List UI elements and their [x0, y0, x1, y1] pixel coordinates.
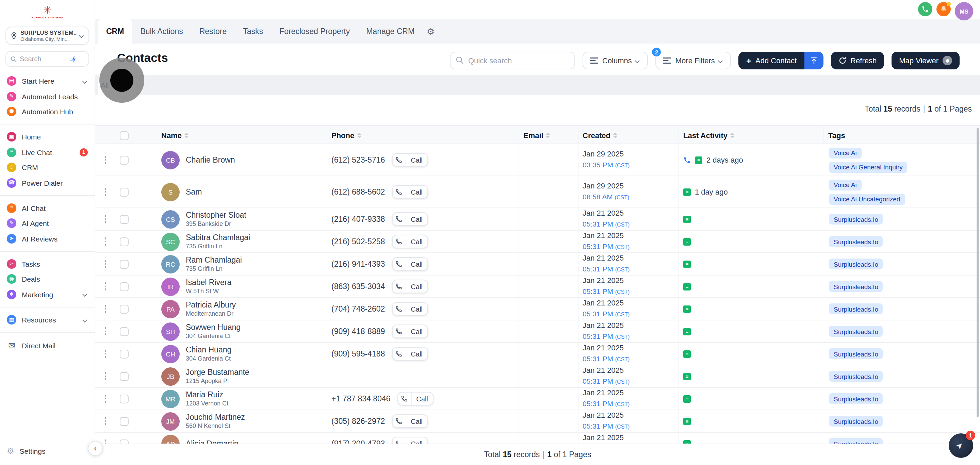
row-checkbox[interactable]	[120, 215, 129, 224]
tag-pill[interactable]: Surplusleads.Io	[829, 259, 883, 270]
tag-pill[interactable]: Surplusleads.Io	[829, 438, 883, 444]
row-checkbox[interactable]	[120, 305, 129, 313]
sidebar-item-settings[interactable]: ⚙ Settings	[0, 446, 95, 465]
row-menu-kebab-icon[interactable]	[95, 253, 116, 275]
contact-name[interactable]: Ram Chamlagai	[186, 255, 242, 265]
tab-tasks[interactable]: Tasks	[235, 19, 271, 44]
sidebar-item-ai-reviews[interactable]: ➤AI Reviews	[0, 231, 95, 246]
row-checkbox[interactable]	[120, 372, 129, 381]
tab-bulk-actions[interactable]: Bulk Actions	[132, 19, 191, 44]
sidebar-item-live-chat[interactable]: ❝Live Chat1	[0, 144, 95, 160]
row-menu-kebab-icon[interactable]	[95, 276, 116, 297]
vertical-scrollbar[interactable]	[976, 128, 978, 417]
row-menu-kebab-icon[interactable]	[95, 388, 116, 409]
row-checkbox[interactable]	[120, 282, 129, 291]
contact-name[interactable]: Jorge Bustamante	[186, 367, 250, 377]
call-button[interactable]: Call	[392, 185, 428, 198]
sidebar-collapse-button[interactable]: ‹	[88, 441, 103, 455]
quick-search-input[interactable]	[450, 52, 575, 70]
contact-name[interactable]: Sabitra Chamlagai	[186, 232, 250, 243]
sidebar-item-deals[interactable]: ◉Deals	[0, 272, 95, 287]
tag-pill[interactable]: Surplusleads.Io	[829, 326, 883, 337]
column-header-created[interactable]: Created	[578, 126, 679, 145]
contact-name[interactable]: Alicia Demartin	[186, 438, 239, 444]
sidebar-item-crm[interactable]: ☺CRM	[0, 160, 95, 175]
call-button[interactable]: Call	[392, 153, 428, 167]
sidebar-item-automation-hub[interactable]: ⬢Automation Hub	[0, 104, 95, 119]
row-checkbox[interactable]	[120, 260, 129, 268]
contact-name[interactable]: Chian Huang	[186, 344, 231, 355]
tag-pill[interactable]: Voice Ai Uncategorized	[829, 194, 905, 205]
contact-name[interactable]: Jouchid Martinez	[186, 412, 245, 422]
call-button[interactable]: Call	[392, 212, 428, 226]
sidebar-item-resources[interactable]: ▦Resources	[0, 312, 95, 328]
contact-name[interactable]: Maria Ruiz	[186, 389, 228, 400]
row-menu-kebab-icon[interactable]	[95, 410, 116, 432]
sidebar-item-automated-leads[interactable]: ✎Automated Leads	[0, 89, 95, 104]
sidebar-item-direct-mail[interactable]: ✉Direct Mail	[0, 338, 95, 353]
tag-pill[interactable]: Surplusleads.Io	[829, 281, 883, 292]
row-menu-kebab-icon[interactable]	[95, 208, 116, 230]
call-button[interactable]: Call	[392, 325, 428, 338]
user-avatar[interactable]: MS	[955, 2, 973, 21]
sidebar-item-home[interactable]: ▣Home	[0, 129, 95, 144]
sort-arrows-icon[interactable]	[185, 133, 189, 138]
tag-pill[interactable]: Surplusleads.Io	[829, 214, 883, 224]
row-menu-kebab-icon[interactable]	[95, 343, 116, 365]
help-chat-widget[interactable]: ➤ 1	[949, 433, 973, 457]
column-header-name[interactable]: Name	[139, 126, 327, 145]
sidebar-item-marketing[interactable]: ❖Marketing	[0, 287, 95, 302]
row-menu-kebab-icon[interactable]	[95, 298, 116, 320]
tag-pill[interactable]: Surplusleads.Io	[829, 236, 883, 247]
contact-name[interactable]: Sowwen Huang	[186, 322, 240, 332]
tag-pill[interactable]: Surplusleads.Io	[829, 393, 883, 404]
contact-name[interactable]: Sam	[186, 187, 202, 197]
row-menu-kebab-icon[interactable]	[95, 231, 116, 252]
tag-pill[interactable]: Surplusleads.Io	[829, 348, 883, 359]
call-button[interactable]: Call	[397, 392, 433, 405]
tab-restore[interactable]: Restore	[191, 19, 235, 44]
row-checkbox[interactable]	[120, 349, 129, 358]
import-contacts-button[interactable]	[804, 52, 823, 70]
row-menu-kebab-icon[interactable]	[95, 321, 116, 342]
row-menu-kebab-icon[interactable]	[95, 365, 116, 387]
sidebar-search-input[interactable]	[20, 55, 67, 63]
tag-pill[interactable]: Voice Ai General Inquiry	[829, 162, 907, 173]
call-button[interactable]: Call	[392, 257, 428, 271]
tag-pill[interactable]: Voice Ai	[829, 147, 862, 158]
tab-settings-gear-icon[interactable]: ⚙	[423, 19, 439, 44]
row-checkbox[interactable]	[120, 439, 129, 444]
row-checkbox[interactable]	[120, 327, 129, 336]
call-button[interactable]: Call	[392, 302, 428, 316]
column-header-email[interactable]: Email	[519, 126, 578, 145]
contact-name[interactable]: Isabel Rivera	[186, 277, 231, 287]
tag-pill[interactable]: Surplusleads.Io	[829, 371, 883, 382]
sidebar-item-ai-agent[interactable]: ✎AI Agent	[0, 216, 95, 231]
more-filters-button[interactable]: 2 More Filters	[656, 52, 731, 70]
columns-button[interactable]: Columns	[582, 52, 648, 70]
quick-actions-bolt-icon[interactable]	[70, 55, 78, 63]
row-checkbox[interactable]	[120, 187, 129, 196]
tab-crm[interactable]: CRM	[98, 19, 132, 44]
tab-manage-crm[interactable]: Manage CRM	[358, 19, 423, 44]
sidebar-item-start-here[interactable]: ▤Start Here	[0, 73, 95, 89]
call-button[interactable]: Call	[392, 437, 428, 444]
sidebar-item-power-dialer[interactable]: ☎Power Dialer	[0, 175, 95, 190]
column-header-phone[interactable]: Phone	[327, 126, 519, 145]
call-button[interactable]: Call	[392, 279, 428, 293]
row-checkbox[interactable]	[120, 394, 129, 403]
tag-pill[interactable]: Surplusleads.Io	[829, 416, 883, 427]
sidebar-search[interactable]	[5, 51, 89, 67]
notifications-button[interactable]	[937, 2, 951, 16]
contact-name[interactable]: Patricia Albury	[186, 300, 236, 310]
row-checkbox[interactable]	[120, 417, 129, 425]
sort-arrows-icon[interactable]	[357, 133, 361, 138]
row-checkbox[interactable]	[120, 156, 129, 164]
sidebar-item-ai-chat[interactable]: ❝AI Chat	[0, 200, 95, 216]
contact-name[interactable]: Christopher Sloat	[186, 210, 247, 220]
call-button[interactable]: Call	[392, 414, 428, 428]
row-checkbox[interactable]	[120, 237, 129, 246]
contact-name[interactable]: Charlie Brown	[186, 155, 235, 165]
map-viewer-button[interactable]: Map Viewer	[891, 52, 959, 70]
tag-pill[interactable]: Voice Ai	[829, 179, 862, 190]
